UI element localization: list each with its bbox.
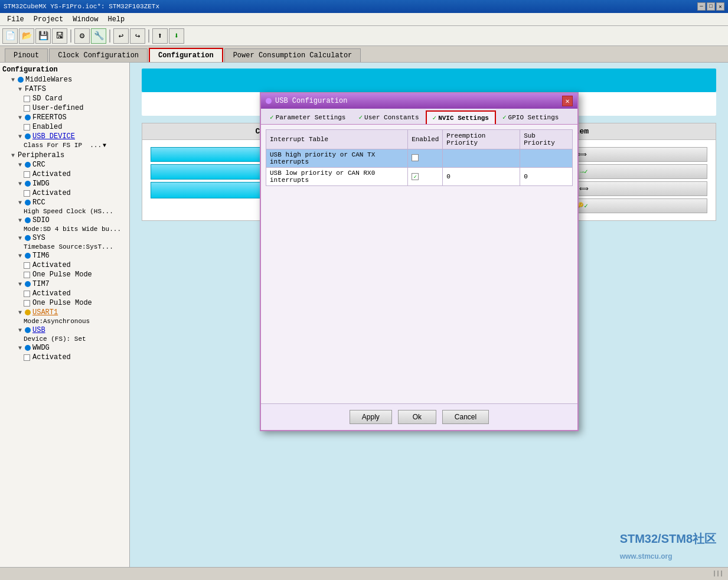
toolbar-redo[interactable]: ↪ [130,28,145,44]
th-interrupt: Interrupt Table [266,130,408,149]
tree-usart1-mode: Mode:Asynchronous [0,317,129,325]
dma-btn-icon: ⟺ [577,151,587,158]
tree-rcc[interactable]: ▼ RCC [0,198,129,207]
tree-usart1[interactable]: ▼ USART1 [0,308,129,317]
dialog-dot-icon [266,98,272,104]
right-panel: Connectivity SDIO SDIO USART1 ≡≡ USB ⟺ [130,63,728,567]
sdcard-checkbox[interactable] [24,96,30,102]
cancel-button[interactable]: Cancel [442,410,489,424]
tim6-checkbox[interactable] [24,262,30,269]
apply-button[interactable]: Apply [350,410,392,424]
toolbar-generate[interactable]: 🔧 [91,28,106,44]
th-sub: Sub Priority [520,130,573,149]
nvic-tab-label: NVIC Settings [438,115,489,122]
tree-tim7[interactable]: ▼ TIM7 [0,279,129,289]
tree-fatfs[interactable]: ▼ FATFS [0,84,129,94]
tim7-opm-checkbox[interactable] [24,300,30,307]
scroll-info: ||| [713,571,723,577]
tree-sys[interactable]: ▼ SYS [0,233,129,243]
gpio-btn-icon: →✓ [580,168,587,175]
usbdevice-class-label: Class For FS IP ... [24,142,102,149]
dialog-close-button[interactable]: ✕ [562,96,573,106]
tree-tim7-opm[interactable]: One Pulse Mode [0,298,129,308]
tim6-opm-checkbox[interactable] [24,272,30,278]
freertos-label: FREERTOS [32,113,67,122]
nvic-tab-check: ✓ [433,114,437,122]
row1-checkbox[interactable] [412,154,419,161]
tree-middlewares-header[interactable]: ▼ MiddleWares [0,75,129,84]
usb-dialog: USB Configuration ✕ ✓ Parameter Settings… [260,92,579,431]
tab-power[interactable]: Power Consumption Calculator [224,48,361,62]
row1-enabled[interactable] [408,149,443,168]
wwdg-checkbox[interactable] [24,354,30,361]
tree-peripherals-header[interactable]: ▼ Peripherals [0,151,129,160]
table-row[interactable]: USB high priority or CAN TX interrupts [266,149,573,168]
menu-project[interactable]: Project [29,14,68,25]
tree-usbdevice-class: Class For FS IP ... ▼ [0,141,129,149]
tree-usb[interactable]: ▼ USB [0,325,129,335]
menu-window[interactable]: Window [68,14,103,25]
table-row[interactable]: USB low priority or CAN RX0 interrupts ✓… [266,168,573,186]
ok-button[interactable]: Ok [398,410,436,424]
crc-checkbox[interactable] [24,171,30,178]
maximize-button[interactable]: □ [707,2,715,11]
tree-crc[interactable]: ▼ CRC [0,160,129,170]
userdefined-checkbox[interactable] [24,105,30,112]
tree-iwdg-activated[interactable]: Activated [0,188,129,198]
tab-pinout[interactable]: Pinout [5,48,48,62]
row2-enabled[interactable]: ✓ [408,168,443,186]
tree-sdio-mode: Mode:SD 4 bits Wide bu... [0,225,129,233]
tree-tim6-opm[interactable]: One Pulse Mode [0,270,129,279]
tree-freertos-enabled[interactable]: Enabled [0,122,129,132]
tree-peripherals: ▼ Peripherals ▼ CRC Activated ▼ IWDG A [0,150,129,363]
tree-iwdg[interactable]: ▼ IWDG [0,179,129,188]
tab-clock[interactable]: Clock Configuration [49,48,148,62]
dialog-tab-nvic[interactable]: ✓ NVIC Settings [426,110,496,124]
tree-freertos[interactable]: ▼ FREERTOS [0,113,129,122]
toolbar-new[interactable]: 📄 [2,28,18,44]
row2-checkbox[interactable]: ✓ [412,173,419,180]
close-button[interactable]: ✕ [716,2,724,11]
tree-tim7-activated[interactable]: Activated [0,289,129,298]
tree-sdio[interactable]: ▼ SDIO [0,216,129,225]
user-tab-check: ✓ [358,113,363,121]
row1-sub [520,149,573,168]
th-preemption: Preemption Priority [443,130,520,149]
toolbar-save[interactable]: 💾 [35,28,51,44]
toolbar-settings[interactable]: ⚙ [74,28,90,44]
dialog-tab-gpio[interactable]: ✓ GPIO Settings [496,110,565,124]
toolbar-open[interactable]: 📂 [19,28,34,44]
toolbar-save-alt[interactable]: 🖫 [52,28,67,44]
freertos-checkbox[interactable] [24,124,30,131]
tim6-label: TIM6 [32,252,50,260]
tree-wwdg[interactable]: ▼ WWDG [0,343,129,353]
sys-label: SYS [32,234,45,242]
tree-userdefined[interactable]: User-defined [0,103,129,113]
crc-label: CRC [32,161,45,169]
tree-usbdevice[interactable]: ▼ USB_DEVICE [0,132,129,141]
usb-label[interactable]: USB [32,326,45,334]
tree-tim6[interactable]: ▼ TIM6 [0,251,129,260]
title-bar: STM32CubeMX YS-F1Pro.ioc*: STM32F103ZETx… [0,0,728,13]
tree-sdcard[interactable]: SD Card [0,94,129,103]
tree-crc-activated[interactable]: Activated [0,170,129,179]
menu-help[interactable]: Help [103,14,129,25]
dialog-tab-user-constants[interactable]: ✓ User Constants [352,110,425,124]
usart1-label[interactable]: USART1 [32,308,58,317]
tree-sys-timebase: Timebase Source:SysT... [0,243,129,251]
gpio-tab-label: GPIO Settings [508,114,559,121]
tim7-checkbox[interactable] [24,291,30,297]
menu-file[interactable]: File [2,14,29,25]
tree-wwdg-activated[interactable]: Activated [0,353,129,362]
dialog-tab-parameter[interactable]: ✓ Parameter Settings [263,110,352,124]
toolbar-nav-down[interactable]: ⬇ [169,28,184,44]
tab-configuration[interactable]: Configuration [149,48,223,62]
toolbar-nav-up[interactable]: ⬆ [152,28,168,44]
tree-tim6-activated[interactable]: Activated [0,260,129,270]
row1-preemption [443,149,520,168]
dialog-title-bar: USB Configuration ✕ [261,93,577,109]
iwdg-checkbox[interactable] [24,190,30,197]
minimize-button[interactable]: — [697,2,706,11]
toolbar-undo[interactable]: ↩ [113,28,129,44]
usbdevice-label[interactable]: USB_DEVICE [32,132,75,141]
